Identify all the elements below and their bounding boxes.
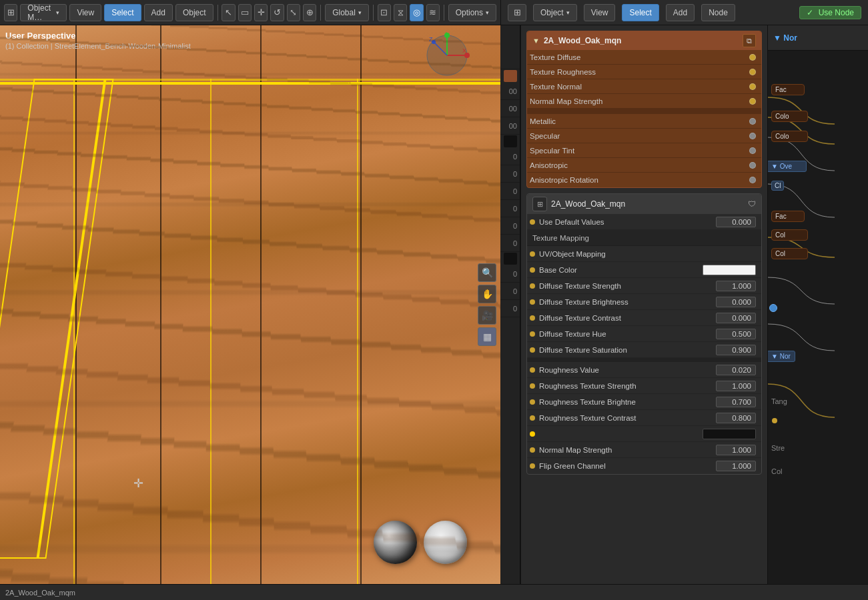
value-diffuse-saturation[interactable]: 0.900 <box>716 345 756 355</box>
node-fac-2: Fac <box>771 211 805 222</box>
shield-icon[interactable]: 🛡 <box>748 199 756 209</box>
mode-icon[interactable]: ⊞ <box>4 4 17 21</box>
prop-diffuse-hue[interactable]: Diffuse Texture Hue 0.500 <box>527 326 761 342</box>
use-nodes-label: Use Node <box>819 8 854 17</box>
value-flip-green[interactable]: 1.000 <box>716 461 756 471</box>
connector-specular[interactable] <box>749 133 756 139</box>
connector-anisotropic-rot[interactable] <box>749 177 756 183</box>
node-menu[interactable]: Node <box>701 4 735 21</box>
prop-diffuse-brightness[interactable]: Diffuse Texture Brightness 0.000 <box>527 294 761 310</box>
connector-normal[interactable] <box>749 83 756 90</box>
camera-icon[interactable]: 🎥 <box>478 306 496 325</box>
socket-label-diffuse: Texture Diffuse <box>530 53 747 61</box>
view-label-right: View <box>591 8 608 17</box>
connector-anisotropic[interactable] <box>749 162 756 169</box>
prop-diffuse-saturation[interactable]: Diffuse Texture Saturation 0.900 <box>527 342 761 358</box>
prop-diffuse-strength[interactable]: Diffuse Texture Strength 1.000 <box>527 278 761 294</box>
sub-node-title: 2A_Wood_Oak_mqn <box>551 199 744 209</box>
bench-sep-2 <box>210 79 211 584</box>
prop-diffuse-contrast[interactable]: Diffuse Texture Contrast 0.000 <box>527 310 761 326</box>
select-menu-right[interactable]: Select <box>622 4 659 21</box>
swatch-black-2 <box>504 253 517 265</box>
select-menu[interactable]: Select <box>104 4 141 21</box>
navigation-gizmo[interactable]: X Y Z <box>424 32 470 79</box>
collection-label: (1) Collection | StreetElement_Bench-Woo… <box>5 42 191 50</box>
snap-icon[interactable]: ⊡ <box>378 4 391 21</box>
base-color-swatch[interactable] <box>703 265 756 275</box>
connector-diffuse[interactable] <box>749 54 756 61</box>
object-mode-label: Object M… <box>27 3 54 22</box>
zoom-icon[interactable]: 🔍 <box>478 263 496 282</box>
connector-metallic[interactable] <box>749 118 756 125</box>
value-use-default[interactable]: 0.000 <box>716 217 756 227</box>
value-diffuse-strength[interactable]: 1.000 <box>716 281 756 291</box>
prop-uv-mapping[interactable]: UV/Object Mapping <box>527 246 761 262</box>
socket-spacer <box>527 109 761 114</box>
add-menu-right[interactable]: Add <box>666 4 695 21</box>
object-menu[interactable]: Object <box>175 4 213 21</box>
dot-blue <box>769 304 777 312</box>
global-dropdown[interactable]: Global ▾ <box>325 4 369 21</box>
value-roughness-strength[interactable]: 1.000 <box>716 381 756 391</box>
label-diffuse-saturation: Diffuse Texture Saturation <box>539 346 716 354</box>
value-normal-strength[interactable]: 1.000 <box>716 445 756 455</box>
transform-icon[interactable]: ⊕ <box>303 4 316 21</box>
prop-color-black[interactable] <box>527 426 761 442</box>
node-editor-icon[interactable]: ⊞ <box>508 4 526 21</box>
num-00-5: 0 <box>500 165 520 183</box>
sub-node-icon[interactable]: ⊞ <box>532 197 547 211</box>
prop-roughness-value[interactable]: Roughness Value 0.020 <box>527 362 761 378</box>
prop-use-default[interactable]: Use Default Values 0.000 <box>527 214 761 230</box>
prop-normal-strength[interactable]: Normal Map Strength 1.000 <box>527 442 761 458</box>
nor-label: ▼ Nor <box>773 33 797 43</box>
collapse-arrow[interactable]: ▼ <box>532 37 540 45</box>
scale-icon[interactable]: ⤡ <box>287 4 300 21</box>
cursor-icon[interactable]: ↖ <box>222 4 235 21</box>
rotate-icon[interactable]: ↺ <box>270 4 284 21</box>
num-00-2: 00 <box>500 100 520 117</box>
label-normal-strength: Normal Map Strength <box>539 446 716 454</box>
label-diffuse-contrast: Diffuse Texture Contrast <box>539 314 716 322</box>
connector-normal-strength[interactable] <box>749 98 756 105</box>
value-diffuse-brightness[interactable]: 0.000 <box>716 297 756 307</box>
move-icon[interactable]: ✛ <box>254 4 268 21</box>
view-menu-right[interactable]: View <box>584 4 616 21</box>
prop-roughness-contrast[interactable]: Roughness Texture Contrast 0.800 <box>527 410 761 426</box>
label-roughness-brightness: Roughness Texture Brightne <box>539 398 716 406</box>
use-nodes-checkbox[interactable]: ✓ Use Node <box>799 6 861 19</box>
value-roughness-contrast[interactable]: 0.800 <box>716 413 756 423</box>
dot-diffuse-brightness <box>530 299 535 305</box>
prop-base-color[interactable]: Base Color <box>527 262 761 278</box>
add-menu[interactable]: Add <box>144 4 173 21</box>
socket-label-specular: Specular <box>530 132 747 140</box>
socket-label-normal: Texture Normal <box>530 83 747 91</box>
dot-normal-strength <box>530 447 535 453</box>
black-color-swatch[interactable] <box>703 429 756 439</box>
value-diffuse-contrast[interactable]: 0.000 <box>716 313 756 323</box>
value-roughness-brightness[interactable]: 0.700 <box>716 397 756 407</box>
dot-use-default <box>530 219 535 225</box>
view-menu[interactable]: View <box>69 4 101 21</box>
snap2-icon[interactable]: ⧖ <box>394 4 407 21</box>
connector-roughness[interactable] <box>749 69 756 75</box>
ortho-icon[interactable]: ▦ <box>478 327 496 346</box>
proportional-icon[interactable]: ◎ <box>410 4 423 21</box>
pan-icon[interactable]: ✋ <box>478 285 496 303</box>
viewport[interactable]: User Perspective (1) Collection | Street… <box>0 25 500 584</box>
value-diffuse-hue[interactable]: 0.500 <box>716 329 756 339</box>
wave-icon[interactable]: ≋ <box>426 4 440 21</box>
node-cl: Cl <box>771 181 784 191</box>
prop-roughness-brightness[interactable]: Roughness Texture Brightne 0.700 <box>527 394 761 410</box>
prop-flip-green[interactable]: Flip Green Channel 1.000 <box>527 458 761 474</box>
socket-specular-tint: Specular Tint <box>527 143 761 158</box>
label-diffuse-brightness: Diffuse Texture Brightness <box>539 298 716 306</box>
prop-roughness-strength[interactable]: Roughness Texture Strength 1.000 <box>527 378 761 394</box>
copy-node-btn[interactable]: ⧉ <box>743 34 756 47</box>
box-select-icon[interactable]: ▭ <box>238 4 252 21</box>
options-dropdown[interactable]: Options ▾ <box>448 4 496 21</box>
dot-base-color <box>530 267 535 273</box>
object-dropdown[interactable]: Object ▾ <box>533 4 577 21</box>
value-roughness-value[interactable]: 0.020 <box>716 365 756 375</box>
object-mode-dropdown[interactable]: Object M… ▾ <box>20 4 67 21</box>
connector-specular-tint[interactable] <box>749 147 756 154</box>
